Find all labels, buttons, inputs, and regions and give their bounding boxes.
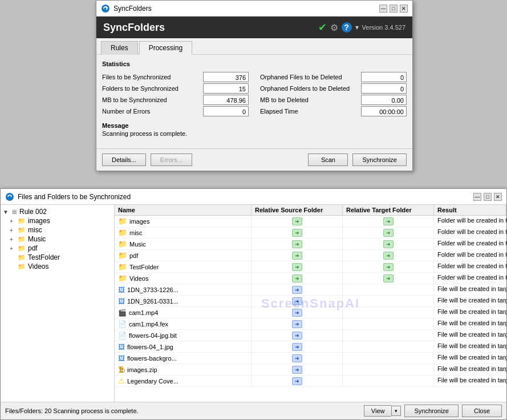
zip-icon: 🗜 (118, 366, 125, 374)
src-arrow-icon: ➜ (292, 217, 302, 225)
folder-icon-music: 📁 (18, 236, 26, 243)
header-icons: ✔ ⚙ ? ▾ Version 3.4.527 (318, 21, 405, 34)
tree-item-misc[interactable]: + 📁 misc (1, 225, 114, 235)
stat-label-folders: Folders to be Synchronized (102, 85, 179, 92)
tree-item-music[interactable]: + 📁 Music (1, 235, 114, 244)
tgt-arrow-icon: ➜ (383, 252, 394, 260)
table-row[interactable]: 🖼1DN_9261-0331... ➜ File will be created… (115, 296, 506, 307)
table-row[interactable]: 📁Music ➜ ➜ Folder will be created in tar… (115, 239, 506, 250)
table-row[interactable]: 📄cam1.mp4.fex ➜ File will be created in … (115, 318, 506, 330)
stat-label-mb: MB to be Synchronized (102, 96, 167, 103)
view-button-group: View ▾ (364, 405, 401, 417)
synchronize-button[interactable]: Synchronize (404, 405, 459, 417)
restore-button[interactable]: □ (390, 5, 398, 13)
files-title-left: Files and Folders to be Synchronized (5, 192, 131, 201)
table-row[interactable]: 📁pdf ➜ ➜ Folder will be created in targe… (115, 250, 506, 261)
gear-icon[interactable]: ⚙ (330, 22, 338, 33)
expand-icon: ▼ (3, 209, 9, 215)
src-arrow-icon: ➜ (292, 274, 302, 282)
src-arrow-icon: ➜ (292, 309, 302, 317)
stat-row-orphaned-folders: Orphaned Folders to be Deleted 0 (260, 83, 407, 94)
files-restore-button[interactable]: □ (484, 193, 492, 201)
files-close-button[interactable]: ✕ (494, 193, 502, 201)
folder-icon-images: 📁 (18, 217, 26, 225)
dropdown-arrow-icon[interactable]: ▾ (355, 23, 359, 31)
image-icon: 🖼 (118, 354, 125, 362)
src-arrow-icon: ➜ (292, 354, 302, 362)
tgt-arrow-icon: ➜ (383, 217, 394, 225)
src-arrow-icon: ➜ (292, 240, 302, 248)
files-minimize-button[interactable]: — (473, 193, 481, 201)
src-arrow-icon: ➜ (292, 377, 302, 385)
header-title: SyncFolders (103, 22, 165, 34)
tab-processing[interactable]: Processing (139, 41, 192, 55)
help-icon[interactable]: ? (342, 22, 352, 33)
stat-value-folders: 15 (203, 83, 249, 94)
statistics-label: Statistics (102, 60, 407, 67)
tree-item-testfolder[interactable]: 📁 TestFolder (1, 253, 114, 262)
tab-rules[interactable]: Rules (101, 41, 138, 55)
files-window-title: Files and Folders to be Synchronized (18, 193, 131, 201)
stat-row-errors: Number of Errors 0 (102, 106, 249, 116)
table-row[interactable]: 🎬cam1.mp4 ➜ File will be created in targ… (115, 307, 506, 318)
table-row[interactable]: 🖼flowers-04_1.jpg ➜ File will be created… (115, 341, 506, 353)
folder-icon-misc: 📁 (18, 227, 26, 234)
check-icon[interactable]: ✔ (318, 21, 327, 34)
tgt-arrow-icon: ➜ (383, 274, 394, 282)
tree-item-videos[interactable]: 📁 Videos (1, 262, 114, 271)
sync-button-top[interactable]: Synchronize (352, 154, 407, 166)
files-title-controls: — □ ✕ (473, 193, 502, 201)
tgt-arrow-icon: ➜ (383, 240, 394, 248)
close-top-button[interactable]: ✕ (400, 5, 408, 13)
sync-window-controls: — □ ✕ (379, 5, 408, 13)
folder-icon: 📁 (118, 217, 127, 225)
tgt-arrow-icon: ➜ (383, 263, 394, 271)
tree-root[interactable]: ▼ 🖥 Rule 002 (1, 207, 114, 216)
table-row[interactable]: 📁Videos ➜ ➜ Folder will be created in ta… (115, 273, 506, 284)
stat-row-elapsed: Elapsed Time 00:00:00 (260, 106, 407, 116)
close-button[interactable]: Close (462, 405, 502, 417)
image-icon: 🖼 (118, 297, 125, 305)
stat-value-mb: 478.96 (203, 95, 249, 105)
tree-panel: ▼ 🖥 Rule 002 + 📁 images + 📁 misc + 📁 Mus… (1, 205, 115, 402)
files-window: Files and Folders to be Synchronized — □… (0, 188, 507, 420)
folder-icon: 📁 (118, 240, 127, 248)
errors-button[interactable]: Errors... (151, 154, 192, 166)
folder-icon: 📁 (118, 251, 127, 260)
table-row[interactable]: ⚠Legendary Cove... ➜ File will be create… (115, 375, 506, 387)
minimize-button[interactable]: — (379, 5, 387, 13)
col-head-name: Name (115, 205, 252, 215)
folder-icon-pdf: 📁 (18, 245, 26, 252)
src-arrow-icon: ➜ (292, 286, 302, 294)
table-row[interactable]: 🖼1DN_3733-1226... ➜ File will be created… (115, 284, 506, 296)
details-button[interactable]: Details... (102, 154, 146, 166)
table-row[interactable]: 🗜images.zip ➜ File will be created in ta… (115, 364, 506, 375)
view-button[interactable]: View (364, 405, 392, 417)
stat-label-mb-delete: MB to be Deleted (260, 96, 309, 103)
svg-point-1 (6, 193, 14, 201)
tree-label-images: images (28, 217, 50, 225)
stat-value-orphaned-folders: 0 (361, 83, 407, 94)
message-text: Scanning process is complete. (102, 130, 407, 137)
table-row[interactable]: 📁misc ➜ ➜ Folder will be created in targ… (115, 227, 506, 239)
tgt-arrow-icon: ➜ (383, 229, 394, 237)
src-arrow-icon: ➜ (292, 229, 302, 237)
table-row[interactable]: 📁images ➜ ➜ Folder will be created in ta… (115, 216, 506, 227)
scan-button[interactable]: Scan (308, 154, 348, 166)
tree-item-pdf[interactable]: + 📁 pdf (1, 244, 114, 253)
stat-row-folders: Folders to be Synchronized 15 (102, 83, 249, 94)
stat-label-files: Files to be Synchronized (102, 74, 171, 80)
table-row[interactable]: 🖼flowers-backgro... ➜ File will be creat… (115, 353, 506, 364)
tree-item-images[interactable]: + 📁 images (1, 216, 114, 225)
src-arrow-icon: ➜ (292, 343, 302, 351)
src-arrow-icon: ➜ (292, 366, 302, 374)
table-row[interactable]: 📁TestFolder ➜ ➜ Folder will be created i… (115, 261, 506, 273)
tree-label-music: Music (28, 235, 46, 243)
stat-value-files: 376 (203, 72, 249, 82)
view-dropdown-button[interactable]: ▾ (391, 406, 401, 416)
tabs-left: Rules Processing (101, 41, 192, 54)
src-arrow-icon: ➜ (292, 252, 302, 260)
stats-left-col: Files to be Synchronized 376 Folders to … (102, 72, 249, 118)
table-row[interactable]: 📄flowers-04-jpg.bit ➜ File will be creat… (115, 330, 506, 341)
files-btn-group: View ▾ Synchronize Close (364, 405, 502, 417)
